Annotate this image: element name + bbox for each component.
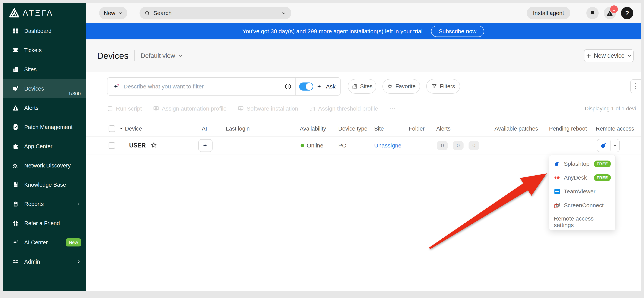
col-pending-reboot[interactable]: Pending reboot — [549, 126, 587, 132]
gift-icon — [12, 220, 19, 226]
splashtop-connect-button[interactable] — [597, 140, 610, 152]
remote-access-settings-item[interactable]: Remote access settings — [549, 214, 615, 230]
displaying-count: Displaying 1 of 1 devi — [585, 101, 636, 116]
sidebar-item-label: Knowledge Base — [24, 182, 66, 188]
ai-filter-bar: Ask — [107, 77, 340, 96]
device-table-row[interactable]: USER Online PC Unassigne 0 0 0 — [86, 136, 641, 155]
menu-item-screenconnect[interactable]: ScreenConnect — [549, 198, 615, 212]
view-selector-label: Default view — [141, 52, 175, 60]
sidebar-item-knowledge-base[interactable]: Knowledge Base — [3, 175, 86, 194]
new-button[interactable]: New — [99, 7, 127, 20]
trial-banner-message: You've got 30 day(s) and 299 more agent … — [242, 28, 422, 34]
col-site[interactable]: Site — [374, 126, 384, 132]
col-availability[interactable]: Availability — [300, 126, 326, 132]
alert-count-badge: 0 — [468, 141, 479, 150]
chevron-right-icon — [76, 259, 81, 264]
col-remote-access[interactable]: Remote access — [596, 126, 634, 132]
building-icon — [352, 84, 358, 89]
table-header-row: Device AI Last login Availability Device… — [86, 121, 641, 136]
chevron-right-icon — [76, 202, 81, 206]
menu-item-label: ScreenConnect — [564, 202, 604, 208]
favorite-star-icon[interactable] — [150, 142, 157, 150]
sites-filter-button[interactable]: Sites — [348, 79, 376, 94]
col-folder[interactable]: Folder — [409, 126, 424, 132]
col-device[interactable]: Device — [125, 126, 142, 132]
favorite-filter-button[interactable]: Favorite — [382, 79, 420, 94]
availability-value: Online — [307, 142, 324, 149]
site-link[interactable]: Unassigne — [374, 142, 402, 149]
sidebar-item-reports[interactable]: Reports — [3, 194, 86, 214]
sidebar-item-tickets[interactable]: Tickets — [3, 40, 86, 60]
star-icon — [387, 84, 393, 89]
new-button-label: New — [104, 10, 115, 16]
software-installation-action[interactable]: Software installation — [238, 105, 298, 112]
sidebar-item-ai-center[interactable]: AI Center New — [3, 233, 86, 252]
patch-chip-icon — [12, 124, 19, 130]
devices-count: 1/300 — [68, 91, 81, 97]
assign-threshold-profile-action[interactable]: Assign threshold profile — [309, 105, 378, 112]
sidebar-item-label: Tickets — [24, 47, 42, 54]
sidebar-item-app-center[interactable]: App Center — [3, 137, 86, 156]
sidebar-item-label: Patch Management — [24, 124, 72, 130]
col-alerts[interactable]: Alerts — [436, 126, 450, 132]
help-button[interactable]: ? — [621, 7, 633, 19]
trial-banner: You've got 30 day(s) and 299 more agent … — [86, 23, 641, 40]
menu-item-teamviewer[interactable]: TeamViewer — [549, 184, 615, 198]
teamviewer-icon — [554, 188, 560, 195]
column-options-button[interactable] — [630, 80, 641, 93]
ai-sparkle-icon — [202, 142, 208, 148]
atera-logo-wordmark: ΛΤΞΓΛ — [23, 8, 54, 18]
ai-copilot-button[interactable] — [198, 139, 212, 152]
filters-button[interactable]: Filters — [426, 79, 460, 94]
ask-sparkle-icon — [317, 84, 322, 90]
view-selector[interactable]: Default view — [141, 52, 184, 60]
select-all-checkbox[interactable] — [108, 125, 115, 132]
sidebar-item-patch-management[interactable]: Patch Management — [3, 118, 86, 137]
filter-describe-input[interactable] — [123, 83, 281, 90]
remote-access-dropdown-toggle[interactable] — [610, 140, 620, 152]
notifications-button[interactable] — [586, 7, 599, 19]
atera-logo[interactable]: ΛΤΞΓΛ — [9, 8, 54, 18]
atera-logo-icon — [9, 8, 20, 18]
col-available-patches[interactable]: Available patches — [494, 126, 538, 132]
subscribe-now-button[interactable]: Subscribe now — [431, 26, 484, 37]
install-agent-button[interactable]: Install agent — [527, 7, 570, 20]
device-name[interactable]: USER — [129, 142, 146, 149]
row-checkbox[interactable] — [108, 142, 115, 149]
col-last-login[interactable]: Last login — [226, 126, 250, 132]
new-device-button[interactable]: New device — [584, 49, 634, 62]
info-icon[interactable] — [284, 83, 292, 90]
menu-item-splashtop[interactable]: Splashtop FREE — [549, 157, 615, 171]
sidebar-item-alerts[interactable]: Alerts — [3, 98, 86, 118]
ai-ask-toggle[interactable] — [299, 82, 313, 90]
sidebar-item-admin[interactable]: Admin — [3, 252, 86, 271]
screenconnect-icon — [554, 202, 560, 208]
funnel-icon — [432, 84, 437, 89]
col-ai[interactable]: AI — [202, 126, 207, 132]
monitor-download-icon — [238, 106, 244, 112]
menu-item-label: TeamViewer — [564, 188, 596, 195]
more-actions-button[interactable]: ⋯ — [389, 105, 396, 112]
chevron-down-icon — [118, 11, 122, 16]
sidebar-item-dashboard[interactable]: Dashboard — [3, 21, 86, 40]
sidebar-item-refer-a-friend[interactable]: Refer a Friend — [3, 214, 86, 233]
sidebar-item-label: Dashboard — [24, 28, 52, 34]
select-all-chevron-icon[interactable] — [119, 126, 124, 132]
sidebar-item-sites[interactable]: Sites — [3, 60, 86, 79]
run-script-action[interactable]: Run script — [107, 105, 142, 112]
alerts-notification-button[interactable]: 1 — [604, 7, 616, 19]
online-status-dot — [300, 144, 304, 147]
new-device-label: New device — [594, 52, 624, 59]
menu-item-anydesk[interactable]: AnyDesk FREE — [549, 171, 615, 184]
anydesk-icon — [554, 174, 560, 181]
col-device-type[interactable]: Device type — [338, 126, 368, 132]
assign-automation-profile-action[interactable]: Assign automation profile — [153, 105, 226, 112]
sidebar-item-network-discovery[interactable]: Network Discovery — [3, 156, 86, 175]
remote-access-menu: Splashtop FREE AnyDesk FREE TeamViewer S… — [549, 155, 616, 230]
remote-access-split-button[interactable] — [597, 139, 620, 152]
sidebar-item-devices[interactable]: Devices 1/300 — [3, 79, 86, 98]
page-title: Devices — [97, 50, 128, 61]
chevron-down-icon — [627, 53, 632, 58]
search-input[interactable]: Search — [140, 7, 291, 20]
filters-button-label: Filters — [440, 83, 455, 90]
